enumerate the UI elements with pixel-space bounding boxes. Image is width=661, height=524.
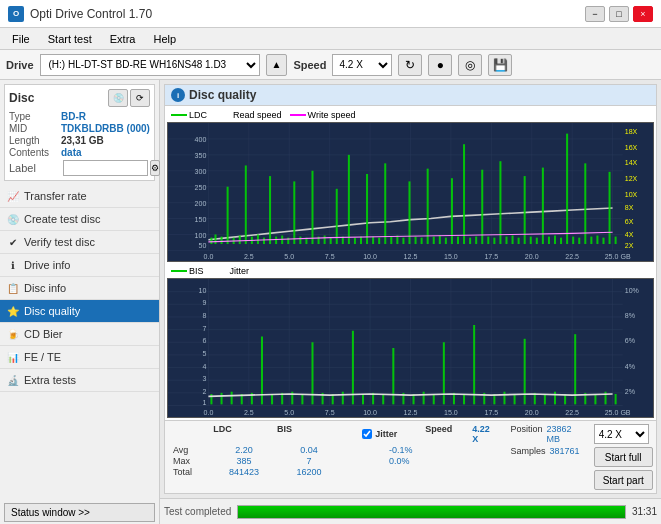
status-window-label: Status window >> <box>11 507 90 518</box>
svg-rect-89 <box>457 237 459 244</box>
sidebar-item-label: Extra tests <box>24 374 76 386</box>
disc-icon-btn-2[interactable]: ⟳ <box>130 89 150 107</box>
total-label: Total <box>173 467 199 477</box>
speed-select-control[interactable]: 4.2 X <box>594 424 649 444</box>
extra-tests-icon: 🔬 <box>6 373 20 387</box>
sidebar-item-disc-info[interactable]: 📋 Disc info <box>0 277 159 300</box>
svg-text:12.5: 12.5 <box>404 407 418 417</box>
disc-label-input[interactable] <box>63 160 148 176</box>
svg-rect-114 <box>609 172 611 244</box>
toolbar: Drive (H:) HL-DT-ST BD-RE WH16NS48 1.D3 … <box>0 50 661 80</box>
svg-rect-204 <box>615 394 617 404</box>
disc-label-btn[interactable]: ⚙ <box>150 160 160 176</box>
drive-select[interactable]: (H:) HL-DT-ST BD-RE WH16NS48 1.D3 <box>40 54 260 76</box>
svg-rect-165 <box>221 393 223 405</box>
svg-text:12.5: 12.5 <box>404 252 418 261</box>
sidebar: Disc 💿 ⟳ Type BD-R MID TDKBLDRBB (000) L… <box>0 80 160 524</box>
stats-bis-header: BIS <box>266 424 304 444</box>
save-button[interactable]: 💾 <box>488 54 512 76</box>
position-val: 23862 MB <box>547 424 580 444</box>
sidebar-item-label: Drive info <box>24 259 70 271</box>
sidebar-item-fe-te[interactable]: 📊 FE / TE <box>0 346 159 369</box>
title-bar: O Opti Drive Control 1.70 − □ × <box>0 0 661 28</box>
sidebar-item-label: FE / TE <box>24 351 61 363</box>
menu-help[interactable]: Help <box>145 31 184 47</box>
stats-header-row: LDC BIS Jitter Speed 4.22 X <box>169 424 497 444</box>
svg-rect-67 <box>324 236 326 244</box>
svg-text:20.0: 20.0 <box>525 407 539 417</box>
svg-text:9: 9 <box>202 298 206 308</box>
jitter-checkbox[interactable] <box>362 429 372 439</box>
total-bis: 16200 <box>289 467 329 477</box>
sidebar-item-transfer-rate[interactable]: 📈 Transfer rate <box>0 185 159 208</box>
menu-start-test[interactable]: Start test <box>40 31 100 47</box>
disc-quality-icon: ⭐ <box>6 304 20 318</box>
svg-text:2.5: 2.5 <box>244 252 254 261</box>
svg-text:2X: 2X <box>625 241 634 250</box>
svg-rect-202 <box>594 394 596 404</box>
disc-length-val: 23,31 GB <box>61 135 104 146</box>
svg-rect-193 <box>503 392 505 405</box>
stats-total-row: Total 841423 16200 <box>169 467 497 477</box>
svg-rect-76 <box>378 238 380 244</box>
record-button[interactable]: ● <box>428 54 452 76</box>
speed-select[interactable]: 4.2 X <box>332 54 392 76</box>
progress-bar-fill <box>238 506 625 518</box>
disc-mid-val: TDKBLDRBB (000) <box>61 123 150 134</box>
sidebar-item-disc-quality[interactable]: ⭐ Disc quality <box>0 300 159 323</box>
svg-text:10: 10 <box>199 285 207 295</box>
disc-icon-btn-1[interactable]: 💿 <box>108 89 128 107</box>
top-chart-legend: LDC Read speed Write speed <box>167 108 654 122</box>
sidebar-item-create-test-disc[interactable]: 💿 Create test disc <box>0 208 159 231</box>
title-bar-controls[interactable]: − □ × <box>585 6 653 22</box>
app-icon: O <box>8 6 24 22</box>
start-part-button[interactable]: Start part <box>594 470 653 490</box>
svg-rect-96 <box>499 161 501 244</box>
refresh-button[interactable]: ↻ <box>398 54 422 76</box>
svg-rect-56 <box>257 234 259 244</box>
legend-bis: BIS <box>171 266 204 276</box>
status-window-button[interactable]: Status window >> <box>4 503 155 522</box>
disc-button[interactable]: ◎ <box>458 54 482 76</box>
close-button[interactable]: × <box>633 6 653 22</box>
sidebar-item-drive-info[interactable]: ℹ Drive info <box>0 254 159 277</box>
svg-text:15.0: 15.0 <box>444 252 458 261</box>
minimize-button[interactable]: − <box>585 6 605 22</box>
sidebar-item-extra-tests[interactable]: 🔬 Extra tests <box>0 369 159 392</box>
svg-rect-74 <box>366 174 368 244</box>
disc-length-key: Length <box>9 135 61 146</box>
svg-text:8%: 8% <box>625 311 635 321</box>
eject-button[interactable]: ▲ <box>266 54 288 76</box>
svg-text:16X: 16X <box>625 142 638 151</box>
position-label: Position <box>511 424 543 444</box>
disc-contents-key: Contents <box>9 147 61 158</box>
create-test-disc-icon: 💿 <box>6 212 20 226</box>
app-title: Opti Drive Control 1.70 <box>30 7 152 21</box>
menu-extra[interactable]: Extra <box>102 31 144 47</box>
legend-ldc: LDC <box>171 110 207 120</box>
svg-text:150: 150 <box>195 215 207 224</box>
svg-rect-110 <box>584 163 586 244</box>
maximize-button[interactable]: □ <box>609 6 629 22</box>
bottom-bar: Test completed 31:31 <box>160 498 661 524</box>
sidebar-item-label: CD Bier <box>24 328 63 340</box>
jitter-check-group: Jitter <box>362 424 397 444</box>
svg-text:5: 5 <box>202 349 206 359</box>
start-full-button[interactable]: Start full <box>594 447 653 467</box>
disc-section-label: Disc <box>9 91 34 105</box>
bis-color <box>171 270 187 272</box>
svg-rect-194 <box>514 394 516 404</box>
stats-table-container: LDC BIS Jitter Speed 4.22 X Avg 2.20 0 <box>169 424 497 490</box>
svg-rect-105 <box>554 236 556 244</box>
menu-file[interactable]: File <box>4 31 38 47</box>
stats-jitter-header: Jitter <box>375 429 397 439</box>
svg-rect-87 <box>445 238 447 244</box>
svg-rect-173 <box>301 394 303 404</box>
sidebar-item-verify-test-disc[interactable]: ✔ Verify test disc <box>0 231 159 254</box>
svg-text:100: 100 <box>195 230 207 239</box>
svg-text:0.0: 0.0 <box>203 252 213 261</box>
svg-rect-181 <box>382 394 384 404</box>
svg-text:6: 6 <box>202 336 206 346</box>
sidebar-item-cd-bier[interactable]: 🍺 CD Bier <box>0 323 159 346</box>
svg-text:8X: 8X <box>625 203 634 212</box>
